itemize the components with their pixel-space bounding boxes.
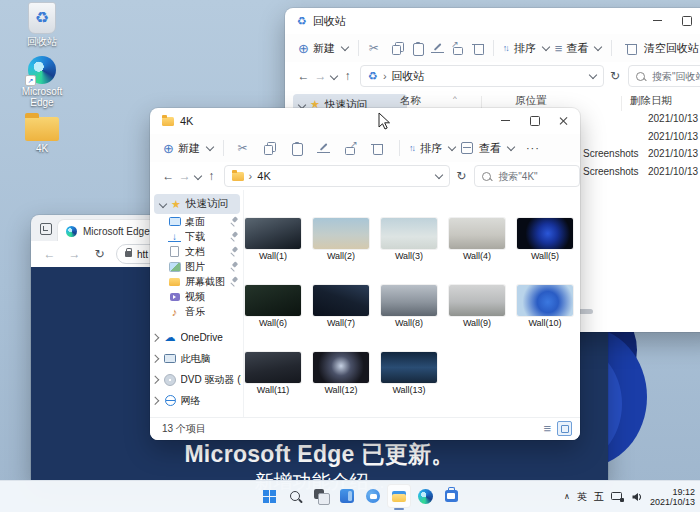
search-box[interactable] (628, 65, 700, 87)
sidebar-item-computer[interactable]: 此电脑 (150, 348, 243, 369)
minimize-button[interactable] (491, 108, 520, 133)
store-button[interactable] (439, 484, 463, 508)
details-view-toggle[interactable]: ≡ (543, 422, 551, 435)
file-Wall(10)[interactable]: Wall(10) (517, 285, 573, 328)
network-icon[interactable] (611, 491, 624, 502)
column-header-origin[interactable]: 原位置 (515, 94, 547, 108)
search-box[interactable] (474, 165, 580, 187)
file-Wall(9)[interactable]: Wall(9) (449, 285, 505, 328)
cut-button[interactable]: ✂ (368, 39, 380, 57)
minimize-button[interactable] (643, 8, 672, 33)
tray-expand-button[interactable]: ∧ (564, 492, 570, 501)
delete-button[interactable] (469, 39, 481, 57)
file-Wall(8)[interactable]: Wall(8) (381, 285, 437, 328)
clock[interactable]: 19:12 2021/10/13 (650, 487, 695, 507)
cut-button[interactable]: ✂ (233, 139, 252, 157)
chevron-down-icon[interactable] (435, 171, 443, 179)
file-Wall(4)[interactable]: Wall(4) (449, 218, 505, 261)
sidebar-item-quick-access[interactable]: ★ 快速访问 (154, 194, 240, 214)
new-button[interactable]: ⊕ 新建 (298, 41, 348, 56)
file-Wall(6)[interactable]: Wall(6) (245, 285, 301, 328)
sort-button[interactable]: ↑↓ 排序 (409, 141, 455, 156)
chevron-down-icon[interactable] (194, 172, 202, 180)
file-Wall(2)[interactable]: Wall(2) (313, 218, 369, 261)
file-Wall(1)[interactable]: Wall(1) (245, 218, 301, 261)
forward-button[interactable]: → (66, 247, 83, 261)
file-Wall(5)[interactable]: Wall(5) (517, 218, 573, 261)
back-button[interactable]: ← (295, 69, 312, 83)
sidebar-item-doc[interactable]: 文档 (150, 244, 243, 259)
ime-language-indicator[interactable]: 英 (577, 490, 587, 504)
up-button[interactable]: ↑ (203, 169, 220, 183)
widgets-button[interactable] (335, 484, 359, 508)
copy-button[interactable] (388, 39, 400, 57)
more-button[interactable]: ··· (526, 142, 540, 154)
empty-recycle-bin-button[interactable]: 清空回收站 (621, 39, 699, 57)
search-button[interactable] (283, 484, 307, 508)
rename-button[interactable] (314, 139, 333, 157)
refresh-button[interactable]: ↻ (456, 169, 466, 183)
sidebar-item-music[interactable]: ♪音乐 (150, 304, 243, 319)
desktop-icon-recycle-bin[interactable]: ♻ 回收站 (10, 2, 74, 47)
chat-button[interactable] (361, 484, 385, 508)
sidebar-item-download[interactable]: ↓下载 (150, 229, 243, 244)
maximize-button[interactable] (672, 8, 700, 33)
view-button[interactable]: 查看 (461, 141, 514, 156)
column-header-name[interactable]: 名称 (400, 94, 421, 108)
sidebar-item-dvd[interactable]: DVD 驱动器 (D:) C (150, 369, 243, 390)
file-Wall(12)[interactable]: Wall(12) (313, 352, 369, 395)
delete-button[interactable] (368, 139, 387, 157)
column-header-deleted[interactable]: 删除日期 (630, 94, 672, 108)
sidebar-item-network[interactable]: 网络 (150, 390, 243, 411)
breadcrumb-item[interactable]: 回收站 (392, 69, 425, 84)
sort-button[interactable]: ↑↓ 排序 (503, 41, 549, 56)
paste-button[interactable] (408, 39, 420, 57)
chevron-down-icon[interactable] (330, 72, 338, 80)
thumbnail-view-toggle[interactable] (557, 421, 572, 436)
share-button[interactable] (341, 139, 360, 157)
chevron-down-icon[interactable] (589, 71, 597, 79)
chevron-right-icon[interactable] (151, 376, 159, 384)
paste-button[interactable] (287, 139, 306, 157)
sidebar-item-pictures[interactable]: 图片 (150, 259, 243, 274)
copy-button[interactable] (260, 139, 279, 157)
chevron-right-icon[interactable] (151, 397, 159, 405)
file-Wall(11)[interactable]: Wall(11) (245, 352, 301, 395)
search-input[interactable] (650, 70, 700, 83)
sidebar-item-video[interactable]: 视频 (150, 289, 243, 304)
back-button[interactable]: ← (160, 169, 177, 183)
view-button[interactable]: ≡ 查看 (555, 41, 602, 56)
rename-button[interactable] (428, 39, 440, 57)
maximize-button[interactable] (520, 108, 549, 133)
back-button[interactable]: ← (41, 247, 58, 261)
sidebar-item-folder[interactable]: 屏幕截图 (150, 274, 243, 289)
file-Wall(7)[interactable]: Wall(7) (313, 285, 369, 328)
file-Wall(3)[interactable]: Wall(3) (381, 218, 437, 261)
chevron-right-icon[interactable] (151, 355, 159, 363)
up-button[interactable]: ↑ (339, 69, 356, 83)
file-Wall(13)[interactable]: Wall(13) (381, 352, 437, 395)
refresh-button[interactable]: ↻ (91, 247, 108, 261)
volume-icon[interactable] (631, 491, 643, 503)
forward-button[interactable]: → (177, 169, 194, 183)
tab-actions-icon[interactable] (40, 223, 52, 235)
breadcrumb[interactable]: ♻ › 回收站 (360, 65, 604, 87)
sidebar-item-desktop[interactable]: 桌面 (150, 214, 243, 229)
ime-mode-indicator[interactable]: 五 (594, 490, 604, 504)
breadcrumb[interactable]: › 4K (224, 165, 451, 187)
start-button[interactable] (257, 484, 281, 508)
sidebar-item-onedrive[interactable]: ☁OneDrive (150, 327, 243, 348)
refresh-button[interactable]: ↻ (610, 69, 620, 83)
breadcrumb-item[interactable]: 4K (257, 170, 270, 182)
chevron-down-icon[interactable] (159, 200, 167, 208)
edge-button[interactable] (413, 484, 437, 508)
desktop-icon-4k-folder[interactable]: 4K (10, 117, 74, 154)
file-explorer-button[interactable] (387, 484, 411, 508)
column-separator[interactable] (621, 96, 622, 111)
search-input[interactable] (496, 170, 572, 183)
forward-button[interactable]: → (312, 69, 329, 83)
task-view-button[interactable] (309, 484, 333, 508)
desktop-icon-edge[interactable]: ↗ Microsoft Edge (10, 56, 74, 108)
chevron-right-icon[interactable] (151, 334, 159, 342)
share-button[interactable] (449, 39, 461, 57)
